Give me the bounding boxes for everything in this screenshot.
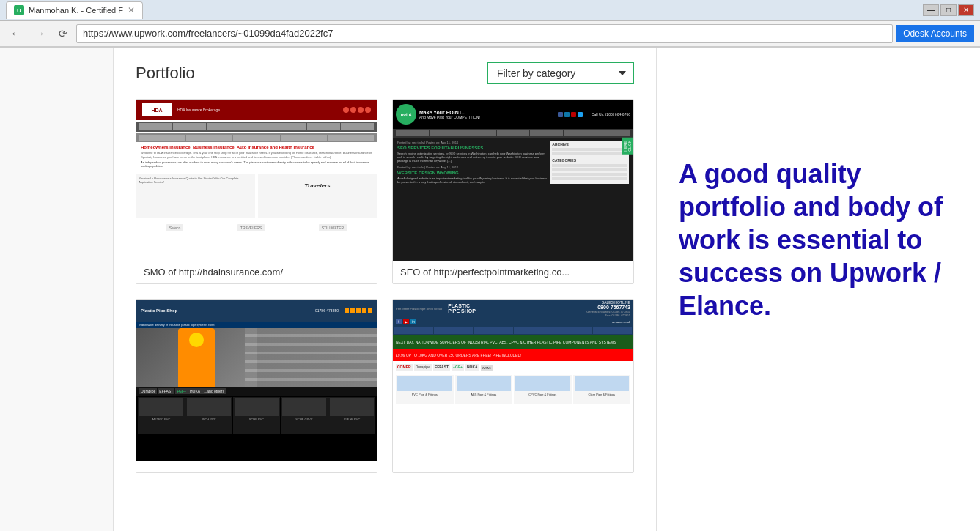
thumb-plastic-logo: Plastic Pipe Shop [141,308,177,313]
thumb-hda-nav [136,122,377,132]
durapipe-logo: Durapipe [414,364,432,371]
thumb-p2-phone-block: SALES HOTLINE 0800 7567743 General Enqui… [586,300,630,317]
brand-durapipe: Durapipe [139,388,157,394]
youtube-icon: ▶ [403,319,409,324]
forward-button[interactable]: → [29,23,50,44]
worker-section [136,328,257,387]
portfolio-item-plastic2[interactable]: Part of the Plastic Pipe Shop Group PLAS… [392,299,634,473]
back-button[interactable]: ← [6,23,26,44]
brand-gf: +GF+ [175,388,188,394]
thumb-hda-col-right: Travelers [258,174,377,218]
hoka-logo: HOKA [465,364,479,371]
plastic-grid-item: CLEAR PVC [328,397,375,434]
browser-tab[interactable]: U Manmohan K. - Certified F ✕ [6,1,143,19]
portfolio-thumb-seo: point Make Your POINT... And Move Past Y… [393,100,633,261]
seo-main: Posted by: seo tools | Posted on: Aug 11… [397,141,548,184]
thumb-hda-header: HDA HDA Insurance Brokerage [136,100,377,120]
thumb-plastic-header: Plastic Pipe Shop 01786 473850 [136,300,377,322]
worker-head [189,333,204,347]
maximize-button[interactable]: □ [940,4,957,16]
minimize-button[interactable]: — [923,4,939,16]
seo-sidebar-cat-item [552,173,627,176]
seo-sidebar-cat-item [552,164,627,167]
thumb-hda-logo-img: HDA [142,103,172,116]
seo-h1: SEO SERVICES FOR UTAH BUSINESSES [397,146,548,150]
brand-hoka: HOKA [188,388,202,394]
window-controls: — □ ✕ [923,4,974,16]
tab-close-icon[interactable]: ✕ [128,5,135,15]
comer-logo: COMER [396,364,413,371]
filter-select[interactable]: Filter by category [487,62,634,84]
thumb-plastic-brands: Durapipe EFFAST +GF+ HOKA ...and others [136,387,377,396]
portfolio-caption-hda: SMO of http://hdainsurance.com/ [136,261,377,283]
thumb-hda-col-left: Received a Homeowners Insurance Quote to… [136,174,255,218]
thumb-p2-promo: £9.99 UP TO 10KG AND OVER £50 ORDERS ARE… [393,349,633,361]
safeco-logo: Safeco [166,224,184,231]
address-bar[interactable] [76,24,893,43]
refresh-button[interactable]: ⟳ [53,23,73,44]
thumb-hda-columns: Received a Homeowners Insurance Quote to… [136,174,377,218]
thumb-plastic2: Part of the Plastic Pipe Shop Group PLAS… [393,300,633,461]
seo-sidebar: ARCHIVE CATEGORIES [550,141,629,184]
gf-logo: +GF+ [452,364,464,371]
seo-p1: Search engine optimization services, or … [397,152,548,163]
seo-h2: WEBSITE DESIGN WYOMING [397,171,548,175]
effast-logo: EFFAST [433,364,450,371]
right-panel-text: A good quality portfolio and body of wor… [679,157,949,322]
main-area: Portfolio Filter by category HDA [114,48,656,531]
portfolio-caption-plastic2 [393,461,633,472]
seo-tagline: Make Your POINT... And Move Past Your CO… [419,110,480,119]
seo-sidebar-archive: ARCHIVE [552,142,627,146]
p2-grid-clear-pipe: Clear Pipe & Fittings [573,375,631,404]
brand-effast: EFFAST [158,388,174,394]
stillwater-logo: STILLWATER [319,224,347,231]
thumb-hda-logos: Safeco TRAVELERS STILLWATER [136,221,377,234]
portfolio-item-seo[interactable]: point Make Your POINT... And Move Past Y… [392,99,634,284]
close-button[interactable]: ✕ [958,4,974,16]
tab-title: Manmohan K. - Certified F [29,6,123,15]
brand-others: ...and others [202,388,226,394]
portfolio-title: Portfolio [136,64,195,83]
thumb-seo: point Make Your POINT... And Move Past Y… [393,100,633,261]
portfolio-thumb-plastic1: Plastic Pipe Shop 01786 473850 Na [136,300,377,461]
worker-figure [178,328,215,387]
thumb-plastic-grid: METRIC PVC INCH PVC SCHB PVC [136,396,377,435]
thumb-p2-nav [393,326,633,335]
facebook-icon: f [396,319,402,324]
thumb-plastic-banner: Nationwide delivery of industrial plasti… [136,322,377,328]
seo-sidebar-categories: CATEGORIES [552,158,627,163]
seo-sidebar-cat-item [552,177,627,180]
seo-sidebar-item [552,152,627,155]
p2-grid-abs-pipe: ABS Pipe & Fittings [455,375,513,404]
plastic-grid-item: SCHB CPVC [281,397,328,434]
plastic-grid-item: INCH PVC [185,397,232,434]
left-sidebar [0,48,114,531]
portfolio-thumb-hda: HDA HDA Insurance Brokerage [136,100,377,261]
odesk-accounts-button[interactable]: Odesk Accounts [896,25,974,42]
thumb-p2-logos: COMER Durapipe EFFAST +GF+ HOKA WRAS [393,361,633,374]
portfolio-item[interactable]: HDA HDA Insurance Brokerage [136,99,377,284]
portfolio-thumb-plastic2: Part of the Plastic Pipe Shop Group PLAS… [393,300,633,461]
thumb-p2-grid: PVC Pipe & Fittings ABS Pipe & Fittings … [393,374,633,406]
seo-sidebar-cat-item [552,168,627,171]
portfolio-item-plastic1[interactable]: Plastic Pipe Shop 01786 473850 Na [136,299,377,473]
thumb-plastic: Plastic Pipe Shop 01786 473850 Na [136,300,377,461]
seo-click-here: CLICK HERE [393,129,633,138]
pipes-section [245,328,377,387]
seo-p2: A well designed website is an important … [397,177,548,184]
seo-logo-circle: point [396,104,416,125]
thumb-hda-hero: Homeowners Insurance, Business Insurance… [136,142,377,171]
thumb-p2-banner: NEXT DAY, NATIONWIDE SUPPLIERS OF INDUST… [393,335,633,349]
filter-container: Filter by category [487,62,634,84]
seo-nav [393,129,633,138]
thumb-hda: HDA HDA Insurance Brokerage [136,100,377,261]
seo-body: Posted by: seo tools | Posted on: Aug 11… [393,138,633,187]
browser-chrome: U Manmohan K. - Certified F ✕ — □ ✕ ← → … [0,0,980,48]
page-content: Portfolio Filter by category HDA [0,48,980,531]
thumb-plastic-phone: 01786 473850 [315,308,339,313]
wras-logo: WRAS [481,365,493,371]
portfolio-caption-seo: SEO of http://perfectpointmarketing.co..… [393,261,633,283]
thumb-plastic-image [136,328,377,387]
thumb-p2-top: Part of the Plastic Pipe Shop Group PLAS… [393,300,633,317]
linkedin-icon: in [410,319,416,324]
